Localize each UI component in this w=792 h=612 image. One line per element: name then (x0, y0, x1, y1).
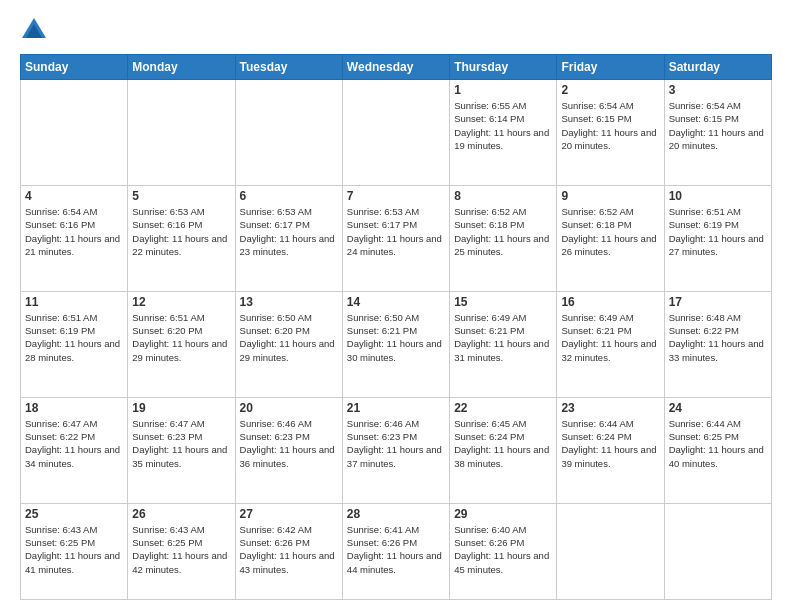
day-number: 4 (25, 189, 123, 203)
day-info: Sunrise: 6:53 AM Sunset: 6:17 PM Dayligh… (347, 205, 445, 258)
day-info: Sunrise: 6:52 AM Sunset: 6:18 PM Dayligh… (454, 205, 552, 258)
calendar-cell (557, 503, 664, 599)
calendar-cell: 1Sunrise: 6:55 AM Sunset: 6:14 PM Daylig… (450, 80, 557, 186)
calendar-cell: 2Sunrise: 6:54 AM Sunset: 6:15 PM Daylig… (557, 80, 664, 186)
week-row-4: 18Sunrise: 6:47 AM Sunset: 6:22 PM Dayli… (21, 397, 772, 503)
calendar-cell: 3Sunrise: 6:54 AM Sunset: 6:15 PM Daylig… (664, 80, 771, 186)
calendar-cell: 20Sunrise: 6:46 AM Sunset: 6:23 PM Dayli… (235, 397, 342, 503)
weekday-header-thursday: Thursday (450, 55, 557, 80)
day-info: Sunrise: 6:43 AM Sunset: 6:25 PM Dayligh… (25, 523, 123, 576)
calendar-cell: 5Sunrise: 6:53 AM Sunset: 6:16 PM Daylig… (128, 185, 235, 291)
calendar-cell: 15Sunrise: 6:49 AM Sunset: 6:21 PM Dayli… (450, 291, 557, 397)
day-number: 11 (25, 295, 123, 309)
calendar-cell: 28Sunrise: 6:41 AM Sunset: 6:26 PM Dayli… (342, 503, 449, 599)
day-info: Sunrise: 6:50 AM Sunset: 6:21 PM Dayligh… (347, 311, 445, 364)
day-number: 5 (132, 189, 230, 203)
weekday-header-wednesday: Wednesday (342, 55, 449, 80)
weekday-header-tuesday: Tuesday (235, 55, 342, 80)
calendar-cell: 9Sunrise: 6:52 AM Sunset: 6:18 PM Daylig… (557, 185, 664, 291)
day-number: 2 (561, 83, 659, 97)
day-info: Sunrise: 6:46 AM Sunset: 6:23 PM Dayligh… (347, 417, 445, 470)
day-info: Sunrise: 6:49 AM Sunset: 6:21 PM Dayligh… (454, 311, 552, 364)
week-row-2: 4Sunrise: 6:54 AM Sunset: 6:16 PM Daylig… (21, 185, 772, 291)
day-info: Sunrise: 6:47 AM Sunset: 6:22 PM Dayligh… (25, 417, 123, 470)
day-info: Sunrise: 6:44 AM Sunset: 6:25 PM Dayligh… (669, 417, 767, 470)
day-info: Sunrise: 6:51 AM Sunset: 6:20 PM Dayligh… (132, 311, 230, 364)
day-number: 7 (347, 189, 445, 203)
calendar-cell: 18Sunrise: 6:47 AM Sunset: 6:22 PM Dayli… (21, 397, 128, 503)
calendar-cell: 13Sunrise: 6:50 AM Sunset: 6:20 PM Dayli… (235, 291, 342, 397)
day-info: Sunrise: 6:45 AM Sunset: 6:24 PM Dayligh… (454, 417, 552, 470)
day-number: 10 (669, 189, 767, 203)
day-number: 26 (132, 507, 230, 521)
day-info: Sunrise: 6:49 AM Sunset: 6:21 PM Dayligh… (561, 311, 659, 364)
day-info: Sunrise: 6:41 AM Sunset: 6:26 PM Dayligh… (347, 523, 445, 576)
weekday-header-monday: Monday (128, 55, 235, 80)
day-info: Sunrise: 6:50 AM Sunset: 6:20 PM Dayligh… (240, 311, 338, 364)
day-number: 25 (25, 507, 123, 521)
day-number: 12 (132, 295, 230, 309)
day-number: 24 (669, 401, 767, 415)
day-info: Sunrise: 6:42 AM Sunset: 6:26 PM Dayligh… (240, 523, 338, 576)
calendar-cell (128, 80, 235, 186)
day-info: Sunrise: 6:44 AM Sunset: 6:24 PM Dayligh… (561, 417, 659, 470)
calendar-cell: 26Sunrise: 6:43 AM Sunset: 6:25 PM Dayli… (128, 503, 235, 599)
calendar-cell: 16Sunrise: 6:49 AM Sunset: 6:21 PM Dayli… (557, 291, 664, 397)
day-number: 20 (240, 401, 338, 415)
calendar-cell: 10Sunrise: 6:51 AM Sunset: 6:19 PM Dayli… (664, 185, 771, 291)
calendar-cell: 17Sunrise: 6:48 AM Sunset: 6:22 PM Dayli… (664, 291, 771, 397)
page: SundayMondayTuesdayWednesdayThursdayFrid… (0, 0, 792, 612)
day-info: Sunrise: 6:54 AM Sunset: 6:15 PM Dayligh… (669, 99, 767, 152)
day-info: Sunrise: 6:52 AM Sunset: 6:18 PM Dayligh… (561, 205, 659, 258)
day-number: 21 (347, 401, 445, 415)
day-number: 9 (561, 189, 659, 203)
day-number: 22 (454, 401, 552, 415)
day-info: Sunrise: 6:54 AM Sunset: 6:15 PM Dayligh… (561, 99, 659, 152)
day-number: 28 (347, 507, 445, 521)
day-info: Sunrise: 6:46 AM Sunset: 6:23 PM Dayligh… (240, 417, 338, 470)
calendar-cell: 19Sunrise: 6:47 AM Sunset: 6:23 PM Dayli… (128, 397, 235, 503)
calendar-cell: 24Sunrise: 6:44 AM Sunset: 6:25 PM Dayli… (664, 397, 771, 503)
logo (20, 16, 52, 44)
day-info: Sunrise: 6:40 AM Sunset: 6:26 PM Dayligh… (454, 523, 552, 576)
calendar-cell: 12Sunrise: 6:51 AM Sunset: 6:20 PM Dayli… (128, 291, 235, 397)
calendar-cell: 4Sunrise: 6:54 AM Sunset: 6:16 PM Daylig… (21, 185, 128, 291)
day-number: 23 (561, 401, 659, 415)
week-row-3: 11Sunrise: 6:51 AM Sunset: 6:19 PM Dayli… (21, 291, 772, 397)
week-row-1: 1Sunrise: 6:55 AM Sunset: 6:14 PM Daylig… (21, 80, 772, 186)
day-info: Sunrise: 6:48 AM Sunset: 6:22 PM Dayligh… (669, 311, 767, 364)
day-number: 6 (240, 189, 338, 203)
day-info: Sunrise: 6:54 AM Sunset: 6:16 PM Dayligh… (25, 205, 123, 258)
calendar-cell: 14Sunrise: 6:50 AM Sunset: 6:21 PM Dayli… (342, 291, 449, 397)
day-number: 17 (669, 295, 767, 309)
day-info: Sunrise: 6:51 AM Sunset: 6:19 PM Dayligh… (25, 311, 123, 364)
calendar-cell (235, 80, 342, 186)
day-number: 16 (561, 295, 659, 309)
calendar-cell: 8Sunrise: 6:52 AM Sunset: 6:18 PM Daylig… (450, 185, 557, 291)
weekday-header-sunday: Sunday (21, 55, 128, 80)
calendar-cell: 22Sunrise: 6:45 AM Sunset: 6:24 PM Dayli… (450, 397, 557, 503)
day-number: 18 (25, 401, 123, 415)
day-info: Sunrise: 6:47 AM Sunset: 6:23 PM Dayligh… (132, 417, 230, 470)
calendar-cell: 29Sunrise: 6:40 AM Sunset: 6:26 PM Dayli… (450, 503, 557, 599)
calendar-cell: 7Sunrise: 6:53 AM Sunset: 6:17 PM Daylig… (342, 185, 449, 291)
week-row-5: 25Sunrise: 6:43 AM Sunset: 6:25 PM Dayli… (21, 503, 772, 599)
day-number: 13 (240, 295, 338, 309)
calendar-cell: 25Sunrise: 6:43 AM Sunset: 6:25 PM Dayli… (21, 503, 128, 599)
day-number: 3 (669, 83, 767, 97)
day-info: Sunrise: 6:43 AM Sunset: 6:25 PM Dayligh… (132, 523, 230, 576)
day-number: 1 (454, 83, 552, 97)
calendar-cell (342, 80, 449, 186)
calendar-cell: 11Sunrise: 6:51 AM Sunset: 6:19 PM Dayli… (21, 291, 128, 397)
logo-icon (20, 16, 48, 44)
day-info: Sunrise: 6:51 AM Sunset: 6:19 PM Dayligh… (669, 205, 767, 258)
calendar-cell: 21Sunrise: 6:46 AM Sunset: 6:23 PM Dayli… (342, 397, 449, 503)
calendar-cell: 27Sunrise: 6:42 AM Sunset: 6:26 PM Dayli… (235, 503, 342, 599)
day-info: Sunrise: 6:55 AM Sunset: 6:14 PM Dayligh… (454, 99, 552, 152)
day-number: 14 (347, 295, 445, 309)
calendar-table: SundayMondayTuesdayWednesdayThursdayFrid… (20, 54, 772, 600)
weekday-header-friday: Friday (557, 55, 664, 80)
day-number: 8 (454, 189, 552, 203)
day-number: 19 (132, 401, 230, 415)
header (20, 16, 772, 44)
